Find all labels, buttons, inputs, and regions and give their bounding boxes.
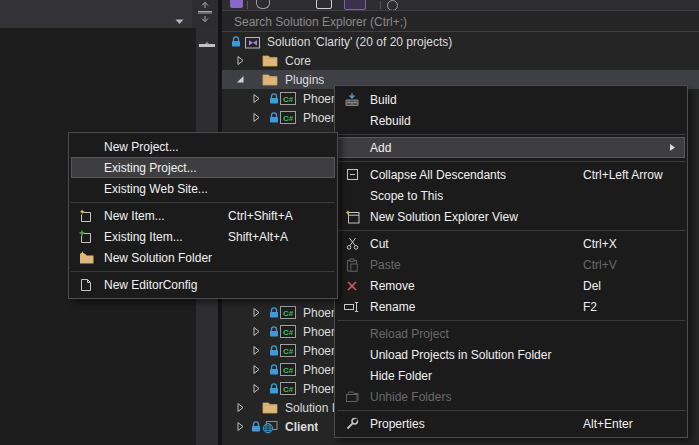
search-bar [222,11,699,32]
menu-item-shortcut: Ctrl+V [583,258,682,272]
collapse-all-icon [340,168,364,181]
menu-item-unhide-folders: Unhide Folders [337,386,685,407]
scroll-up-icon[interactable] [202,33,212,51]
menu-item-label: New EditorConfig [104,278,197,292]
menu-item-rename[interactable]: RenameF2 [337,296,685,317]
menu-item-label: New Solution Folder [104,251,212,265]
menu-item-properties[interactable]: PropertiesAlt+Enter [337,413,685,434]
menu-item-label: Existing Project... [104,161,197,175]
menu-item-new-item[interactable]: New Item...Ctrl+Shift+A [71,205,335,226]
menu-item-hide-folder[interactable]: Hide Folder [337,365,685,386]
menu-item-shortcut: Ctrl+Left Arrow [583,168,682,182]
expand-arrow-open-icon[interactable] [236,75,248,84]
lock-icon [268,325,280,338]
split-window-icon [196,1,214,27]
menu-item-collapse-all-descendants[interactable]: Collapse All DescendantsCtrl+Left Arrow [337,164,685,185]
expand-arrow-icon[interactable] [252,307,264,318]
tree-item-label: Solution 'Clarity' (20 of 20 projects) [267,35,452,49]
expand-arrow-icon[interactable] [252,364,264,375]
scrollbar-thumb[interactable] [199,44,215,47]
lock-icon [250,420,262,433]
menu-separator [337,230,685,231]
menu-item-label: Cut [370,237,389,251]
submenu-arrow-icon [669,143,676,152]
svg-text:C#: C# [283,347,294,356]
expand-arrow-icon[interactable] [236,55,248,66]
search-input[interactable] [232,12,676,31]
expand-arrow-icon[interactable] [236,402,248,413]
csharp-icon: C# [280,382,297,395]
expand-arrow-icon[interactable] [236,421,248,432]
home-icon[interactable] [230,0,243,8]
editor-combobox[interactable] [0,0,192,29]
menu-item-new-project[interactable]: New Project... [71,136,335,157]
menu-item-remove[interactable]: RemoveDel [337,275,685,296]
menu-separator [71,202,335,203]
tree-item-solution-clarity-20-of-20-projects[interactable]: Solution 'Clarity' (20 of 20 projects) [222,32,699,51]
svg-text:C#: C# [283,114,294,123]
menu-item-existing-web-site[interactable]: Existing Web Site... [71,178,335,199]
expand-arrow-icon[interactable] [252,112,264,123]
menu-item-existing-item[interactable]: Existing Item...Shift+Alt+A [71,226,335,247]
menu-item-label: Unload Projects in Solution Folder [370,348,551,362]
menu-item-label: Collapse All Descendants [370,168,506,182]
rename-icon [340,301,364,313]
existing-item-icon [74,230,98,244]
menu-separator [337,161,685,162]
paste-icon [340,258,364,272]
menu-item-label: New Project... [104,140,179,154]
menu-item-cut[interactable]: CutCtrl+X [337,233,685,254]
lock-icon [230,35,242,48]
unhide-folders-icon [340,390,364,403]
preview-toggle-icon[interactable] [344,0,366,10]
gear-icon[interactable] [387,0,398,11]
new-item-icon [74,209,98,223]
expand-arrow-icon[interactable] [252,326,264,337]
csharp-icon: C# [280,111,297,124]
svg-text:C#: C# [283,95,294,104]
tree-item-core[interactable]: Core [222,51,699,70]
menu-item-rebuild[interactable]: Rebuild [337,110,685,131]
expand-arrow-icon[interactable] [252,345,264,356]
lock-icon [268,92,280,105]
menu-item-new-solution-folder[interactable]: New Solution Folder [71,247,335,268]
lock-icon [268,382,280,395]
build-icon [340,93,364,107]
menu-item-label: Unhide Folders [370,390,451,404]
menu-item-add[interactable]: Add [337,137,685,158]
lock-icon [268,111,280,124]
menu-item-new-editorconfig[interactable]: New EditorConfig [71,274,335,295]
collapse-all-icon[interactable] [316,0,332,9]
folder-icon [262,54,279,67]
window-splitter[interactable] [192,0,218,28]
folder-icon [262,73,279,86]
chevron-down-icon [175,11,184,29]
menu-item-label: Properties [370,417,425,431]
folder-icon [262,401,279,414]
menu-separator [337,410,685,411]
cut-icon [340,237,364,250]
menu-separator [71,271,335,272]
menu-item-label: New Solution Explorer View [370,210,518,224]
csharp-icon: C# [280,325,297,338]
tree-item-label: Core [285,54,311,68]
svg-text:C#: C# [283,366,294,375]
menu-item-unload-projects-in-solution-folder[interactable]: Unload Projects in Solution Folder [337,344,685,365]
menu-item-existing-project[interactable]: Existing Project... [71,157,335,178]
menu-item-shortcut: F2 [583,300,682,314]
menu-item-shortcut: Ctrl+X [583,237,682,251]
menu-item-new-solution-explorer-view[interactable]: New Solution Explorer View [337,206,685,227]
context-menu: BuildRebuildAddCollapse All DescendantsC… [334,85,688,438]
lock-icon [268,363,280,376]
sync-icon[interactable] [256,0,270,9]
expand-arrow-icon[interactable] [252,383,264,394]
svg-text:C#: C# [283,385,294,394]
svg-text:C#: C# [283,328,294,337]
menu-item-shortcut: Ctrl+Shift+A [228,209,332,223]
menu-item-scope-to-this[interactable]: Scope to This [337,185,685,206]
menu-separator [337,134,685,135]
menu-item-build[interactable]: Build [337,89,685,110]
expand-arrow-icon[interactable] [252,93,264,104]
menu-item-label: Reload Project [370,327,449,341]
remove-icon [340,280,364,292]
